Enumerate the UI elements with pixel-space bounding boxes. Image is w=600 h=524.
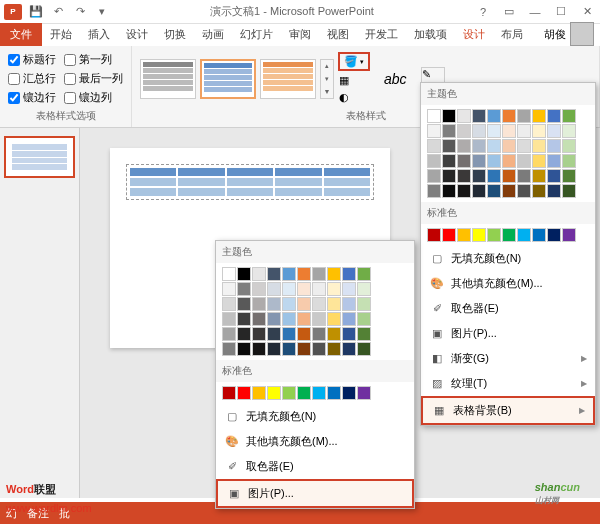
style-thumb-blue[interactable]	[200, 59, 256, 99]
color-swatch[interactable]	[327, 342, 341, 356]
color-swatch[interactable]	[282, 327, 296, 341]
color-swatch[interactable]	[327, 297, 341, 311]
color-swatch[interactable]	[547, 169, 561, 183]
shading-button[interactable]: 🪣▾	[338, 52, 370, 71]
color-swatch[interactable]	[442, 124, 456, 138]
color-swatch[interactable]	[282, 386, 296, 400]
color-swatch[interactable]	[222, 297, 236, 311]
color-swatch[interactable]	[472, 124, 486, 138]
color-swatch[interactable]	[562, 184, 576, 198]
color-swatch[interactable]	[237, 267, 251, 281]
color-swatch[interactable]	[562, 139, 576, 153]
color-swatch[interactable]	[237, 386, 251, 400]
color-swatch[interactable]	[342, 342, 356, 356]
color-swatch[interactable]	[517, 139, 531, 153]
color-swatch[interactable]	[282, 342, 296, 356]
color-swatch[interactable]	[297, 312, 311, 326]
color-swatch[interactable]	[297, 282, 311, 296]
submenu-picture[interactable]: ▣图片(P)...	[216, 479, 414, 508]
color-swatch[interactable]	[297, 267, 311, 281]
color-swatch[interactable]	[427, 139, 441, 153]
color-swatch[interactable]	[297, 386, 311, 400]
submenu-no-fill[interactable]: ▢无填充颜色(N)	[216, 404, 414, 429]
slide-thumbnail-1[interactable]	[4, 136, 75, 178]
color-swatch[interactable]	[357, 312, 371, 326]
color-swatch[interactable]	[487, 154, 501, 168]
tab-addins[interactable]: 加载项	[406, 23, 455, 46]
color-swatch[interactable]	[222, 386, 236, 400]
color-swatch[interactable]	[282, 312, 296, 326]
color-swatch[interactable]	[297, 297, 311, 311]
color-swatch[interactable]	[532, 109, 546, 123]
color-swatch[interactable]	[357, 282, 371, 296]
color-swatch[interactable]	[427, 124, 441, 138]
color-swatch[interactable]	[357, 386, 371, 400]
color-swatch[interactable]	[502, 124, 516, 138]
color-swatch[interactable]	[547, 228, 561, 242]
color-swatch[interactable]	[457, 139, 471, 153]
color-swatch[interactable]	[312, 342, 326, 356]
color-swatch[interactable]	[442, 184, 456, 198]
menu-more-colors[interactable]: 🎨其他填充颜色(M)...	[421, 271, 595, 296]
color-swatch[interactable]	[532, 139, 546, 153]
color-swatch[interactable]	[267, 267, 281, 281]
color-swatch[interactable]	[472, 139, 486, 153]
color-swatch[interactable]	[502, 228, 516, 242]
menu-picture[interactable]: ▣图片(P)...	[421, 321, 595, 346]
color-swatch[interactable]	[427, 154, 441, 168]
color-swatch[interactable]	[532, 169, 546, 183]
color-swatch[interactable]	[282, 267, 296, 281]
color-swatch[interactable]	[517, 109, 531, 123]
color-swatch[interactable]	[252, 386, 266, 400]
color-swatch[interactable]	[312, 297, 326, 311]
color-swatch[interactable]	[532, 228, 546, 242]
color-swatch[interactable]	[342, 312, 356, 326]
menu-eyedropper[interactable]: ✐取色器(E)	[421, 296, 595, 321]
color-swatch[interactable]	[472, 154, 486, 168]
color-swatch[interactable]	[267, 342, 281, 356]
color-swatch[interactable]	[222, 267, 236, 281]
color-swatch[interactable]	[562, 228, 576, 242]
color-swatch[interactable]	[237, 312, 251, 326]
color-swatch[interactable]	[267, 386, 281, 400]
wordart-button[interactable]: abc	[384, 71, 407, 87]
color-swatch[interactable]	[252, 282, 266, 296]
color-swatch[interactable]	[237, 342, 251, 356]
tab-view[interactable]: 视图	[319, 23, 357, 46]
color-swatch[interactable]	[487, 109, 501, 123]
style-thumb-orange[interactable]	[260, 59, 316, 99]
chk-banded-row[interactable]: 镶边行	[8, 90, 56, 105]
tab-transitions[interactable]: 切换	[156, 23, 194, 46]
tab-insert[interactable]: 插入	[80, 23, 118, 46]
tab-table-design[interactable]: 设计	[455, 23, 493, 46]
color-swatch[interactable]	[442, 109, 456, 123]
color-swatch[interactable]	[472, 169, 486, 183]
color-swatch[interactable]	[297, 327, 311, 341]
color-swatch[interactable]	[237, 297, 251, 311]
color-swatch[interactable]	[327, 327, 341, 341]
color-swatch[interactable]	[357, 297, 371, 311]
color-swatch[interactable]	[252, 327, 266, 341]
chk-first-col[interactable]: 第一列	[64, 52, 112, 67]
menu-texture[interactable]: ▨纹理(T)▶	[421, 371, 595, 396]
color-swatch[interactable]	[312, 282, 326, 296]
color-swatch[interactable]	[267, 297, 281, 311]
color-swatch[interactable]	[342, 267, 356, 281]
tab-home[interactable]: 开始	[42, 23, 80, 46]
color-swatch[interactable]	[222, 327, 236, 341]
color-swatch[interactable]	[547, 109, 561, 123]
color-swatch[interactable]	[472, 184, 486, 198]
color-swatch[interactable]	[327, 282, 341, 296]
color-swatch[interactable]	[342, 282, 356, 296]
color-swatch[interactable]	[327, 312, 341, 326]
color-swatch[interactable]	[457, 109, 471, 123]
color-swatch[interactable]	[502, 154, 516, 168]
color-swatch[interactable]	[282, 282, 296, 296]
color-swatch[interactable]	[472, 109, 486, 123]
color-swatch[interactable]	[502, 169, 516, 183]
color-swatch[interactable]	[267, 327, 281, 341]
submenu-eyedropper[interactable]: ✐取色器(E)	[216, 454, 414, 479]
color-swatch[interactable]	[267, 282, 281, 296]
color-swatch[interactable]	[487, 139, 501, 153]
chk-banded-col[interactable]: 镶边列	[64, 90, 112, 105]
